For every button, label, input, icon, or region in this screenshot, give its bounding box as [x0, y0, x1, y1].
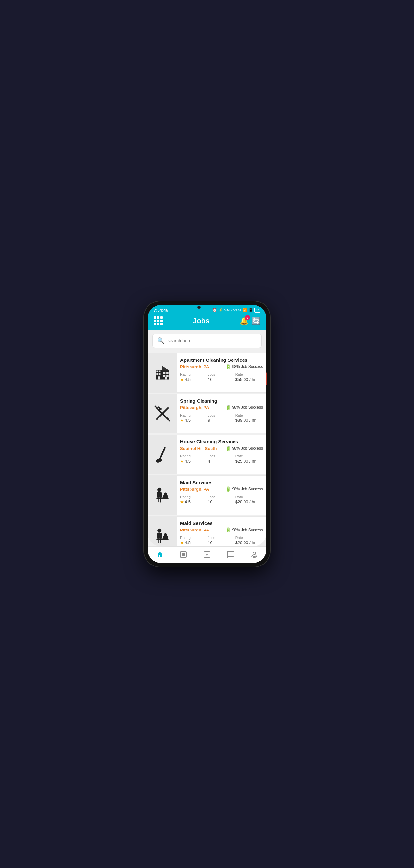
job-location-2: Pittsburgh, PA — [180, 405, 209, 410]
job-success-4: 🔋 98% Job Success — [226, 487, 263, 492]
notification-button[interactable]: 🔔 0 — [240, 317, 248, 325]
rating-label-4: Rating — [180, 495, 208, 499]
rating-value-4: 4.5 — [185, 499, 191, 504]
battery-icon: 87 — [254, 308, 261, 313]
svg-point-26 — [157, 529, 162, 533]
job-title-3: House Cleaning Services — [180, 439, 263, 444]
page-title: Jobs — [193, 317, 209, 325]
job-location-row-3: Squirrel Hill South 🔋 98% Job Success — [180, 446, 263, 451]
broom-icon — [153, 445, 171, 463]
job-location-row-2: Pittsburgh, PA 🔋 98% Job Success — [180, 405, 263, 410]
rate-value-2: $89.00 / hr — [236, 418, 263, 423]
maid-icon-1 — [153, 486, 171, 504]
speed-label: 0.44 KB/S 87 — [224, 309, 241, 312]
phone-screen: 7:04:46 ⏰ ⚡ 0.44 KB/S 87 📶 📱 87 Jobs 🔔 — [148, 305, 266, 563]
jobs-count-1: 10 — [208, 377, 235, 382]
stat-rating-5: Rating ★ 4.5 — [180, 536, 208, 545]
jobs-label-5: Jobs — [208, 536, 235, 539]
job-success-1: 🔋 98% Job Success — [226, 364, 263, 369]
job-success-text-2: 98% Job Success — [232, 405, 263, 410]
job-card-5[interactable]: Maid Services Pittsburgh, PA 🔋 98% Job S… — [148, 516, 266, 547]
job-title-5: Maid Services — [180, 521, 263, 526]
star-rating-2: ★ 4.5 — [180, 418, 208, 423]
signal-icon: 📱 — [248, 308, 253, 312]
stat-rating-1: Rating ★ 4.5 — [180, 372, 208, 382]
stat-rate-5: Rate $20.00 / hr — [236, 536, 263, 545]
phone-camera — [197, 306, 201, 309]
svg-rect-10 — [163, 375, 166, 377]
rate-value-1: $55.00 / hr — [236, 377, 263, 382]
profile-icon — [250, 551, 258, 558]
wifi-icon: 📶 — [243, 308, 247, 312]
job-title-1: Apartment Cleaning Services — [180, 357, 263, 363]
job-success-text-5: 98% Job Success — [232, 528, 263, 532]
job-card-3[interactable]: House Cleaning Services Squirrel Hill So… — [148, 435, 266, 474]
top-bar-actions: 🔔 0 🔄 — [240, 317, 261, 325]
stat-rating-2: Rating ★ 4.5 — [180, 413, 208, 423]
job-card-4[interactable]: Maid Services Pittsburgh, PA 🔋 98% Job S… — [148, 475, 266, 515]
apartment-icon — [153, 364, 171, 382]
battery-success-icon-4: 🔋 — [226, 487, 231, 492]
star-rating-1: ★ 4.5 — [180, 377, 208, 382]
nav-profile[interactable] — [246, 549, 262, 560]
job-details-3: House Cleaning Services Squirrel Hill So… — [177, 435, 266, 474]
nav-tasks[interactable] — [199, 549, 215, 560]
rate-label-1: Rate — [236, 372, 263, 376]
battery-success-icon-2: 🔋 — [226, 405, 231, 410]
status-bar: 7:04:46 ⏰ ⚡ 0.44 KB/S 87 📶 📱 87 — [148, 305, 266, 314]
job-stats-4: Rating ★ 4.5 Jobs 10 Rate $20. — [180, 495, 263, 504]
jobs-count-4: 10 — [208, 499, 235, 504]
svg-rect-9 — [166, 372, 169, 374]
stat-rate-4: Rate $20.00 / hr — [236, 495, 263, 504]
rating-label-5: Rating — [180, 536, 208, 539]
battery-success-icon-1: 🔋 — [226, 364, 231, 369]
refresh-button[interactable]: 🔄 — [252, 317, 261, 325]
star-rating-4: ★ 4.5 — [180, 499, 208, 504]
battery-success-icon-5: 🔋 — [226, 527, 231, 532]
job-card-1[interactable]: Apartment Cleaning Services Pittsburgh, … — [148, 353, 266, 393]
job-location-3: Squirrel Hill South — [180, 446, 217, 451]
job-card-2[interactable]: Spring Cleaning Pittsburgh, PA 🔋 98% Job… — [148, 394, 266, 433]
jobs-label-4: Jobs — [208, 495, 235, 499]
battery-success-icon-3: 🔋 — [226, 446, 231, 451]
job-location-5: Pittsburgh, PA — [180, 528, 209, 532]
rate-value-5: $20.00 / hr — [236, 540, 263, 545]
stat-rate-2: Rate $89.00 / hr — [236, 413, 263, 423]
nav-chat[interactable] — [223, 549, 238, 560]
bluetooth-icon: ⚡ — [218, 308, 223, 312]
job-icon-area-1 — [148, 353, 177, 392]
stat-rating-4: Rating ★ 4.5 — [180, 495, 208, 504]
rating-value-5: 4.5 — [185, 540, 191, 545]
job-success-2: 🔋 98% Job Success — [226, 405, 263, 410]
notification-badge: 0 — [245, 315, 250, 320]
svg-rect-5 — [158, 376, 160, 379]
job-details-1: Apartment Cleaning Services Pittsburgh, … — [177, 353, 266, 392]
job-details-2: Spring Cleaning Pittsburgh, PA 🔋 98% Job… — [177, 394, 266, 433]
job-location-row-1: Pittsburgh, PA 🔋 98% Job Success — [180, 364, 263, 369]
stat-jobs-3: Jobs 4 — [208, 454, 235, 463]
tasks-icon — [203, 551, 211, 558]
job-success-text-4: 98% Job Success — [232, 487, 263, 491]
svg-point-20 — [157, 488, 162, 492]
stat-rating-3: Rating ★ 4.5 — [180, 454, 208, 463]
job-title-4: Maid Services — [180, 480, 263, 485]
job-success-5: 🔋 98% Job Success — [226, 527, 263, 532]
grid-menu-button[interactable] — [153, 316, 163, 325]
jobs-count-3: 4 — [208, 459, 235, 463]
stat-jobs-5: Jobs 10 — [208, 536, 235, 545]
svg-rect-19 — [157, 458, 162, 463]
maid-icon-2 — [153, 527, 171, 545]
chat-icon — [227, 551, 235, 558]
nav-list[interactable] — [176, 549, 191, 560]
stat-rate-3: Rate $25.00 / hr — [236, 454, 263, 463]
nav-home[interactable] — [152, 549, 168, 560]
svg-rect-38 — [253, 556, 255, 558]
alarm-icon: ⏰ — [212, 308, 217, 312]
job-location-row-5: Pittsburgh, PA 🔋 98% Job Success — [180, 527, 263, 532]
svg-point-23 — [164, 493, 167, 496]
search-box[interactable]: 🔍 — [152, 334, 262, 348]
rate-value-3: $25.00 / hr — [236, 459, 263, 463]
search-input[interactable] — [168, 338, 257, 343]
no-cursor-icon — [153, 405, 171, 423]
search-icon: 🔍 — [157, 337, 164, 344]
